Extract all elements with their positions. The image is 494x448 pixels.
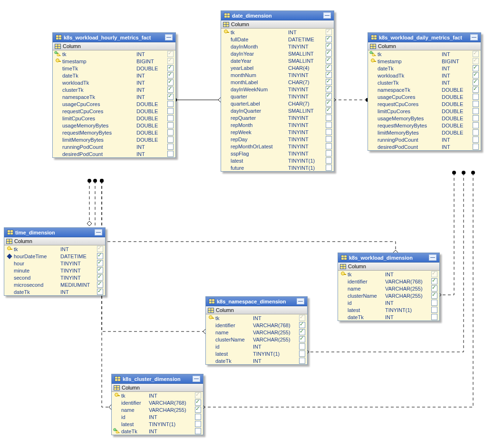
column-checkbox[interactable] — [167, 51, 174, 57]
column-checkbox[interactable] — [326, 122, 332, 128]
column-checkbox[interactable] — [326, 129, 332, 135]
column-checkbox[interactable] — [299, 315, 305, 321]
column-checkbox[interactable] — [326, 150, 332, 156]
column-checkbox[interactable] — [473, 136, 479, 143]
column-row[interactable]: identifierVARCHAR(768) — [112, 399, 203, 406]
table-cluster[interactable]: k8s_cluster_dimensionColumntkINTidentifi… — [111, 374, 203, 435]
table-daily[interactable]: k8s_workload_daily_metrics_factColumntkI… — [368, 32, 481, 151]
table-titlebar[interactable]: k8s_namespace_dimension — [206, 297, 307, 306]
column-checkbox[interactable] — [299, 329, 305, 335]
column-row[interactable]: requestCpuCoresDOUBLE — [53, 107, 175, 115]
column-checkbox[interactable] — [167, 58, 174, 64]
column-checkbox[interactable] — [473, 79, 479, 86]
column-row[interactable]: hourTINYINT — [4, 260, 105, 267]
table-namespace[interactable]: k8s_namespace_dimensionColumntkINTidenti… — [205, 296, 308, 365]
column-header[interactable]: Column — [368, 42, 481, 50]
column-checkbox[interactable] — [473, 87, 479, 93]
column-checkbox[interactable] — [326, 136, 332, 142]
collapse-button[interactable] — [165, 34, 173, 40]
column-checkbox[interactable] — [326, 115, 332, 121]
column-row[interactable]: nameVARCHAR(255) — [338, 285, 439, 292]
column-checkbox[interactable] — [167, 144, 174, 150]
column-row[interactable]: timestampBIGINT — [368, 58, 481, 65]
column-checkbox[interactable] — [299, 336, 305, 342]
table-titlebar[interactable]: k8s_workload_hourly_metrics_fact — [53, 33, 175, 42]
column-row[interactable]: identifierVARCHAR(768) — [206, 321, 307, 329]
column-row[interactable]: workloadTkINT — [368, 72, 481, 79]
column-row[interactable]: repDayTINYINT — [221, 136, 334, 143]
column-checkbox[interactable] — [167, 72, 174, 78]
column-header[interactable]: Column — [53, 42, 175, 50]
column-row[interactable]: repMonthOrLatestTINYINT — [221, 143, 334, 150]
column-checkbox[interactable] — [326, 157, 332, 164]
collapse-button[interactable] — [470, 34, 478, 40]
column-row[interactable]: dateTkINT — [206, 357, 307, 364]
column-checkbox[interactable] — [326, 29, 332, 35]
column-row[interactable]: usageMemoryBytesDOUBLE — [368, 115, 481, 122]
column-row[interactable]: nameVARCHAR(255) — [112, 406, 203, 413]
column-checkbox[interactable] — [326, 86, 332, 92]
column-row[interactable]: namespaceTkDOUBLE — [368, 86, 481, 93]
column-checkbox[interactable] — [299, 358, 305, 364]
collapse-button[interactable] — [323, 12, 331, 19]
column-checkbox[interactable] — [167, 108, 174, 114]
column-row[interactable]: usageMemoryBytesDOUBLE — [53, 122, 175, 129]
column-row[interactable]: workloadTkINT — [53, 79, 175, 86]
column-header[interactable]: Column — [338, 263, 439, 271]
column-row[interactable]: usageCpuCoresDOUBLE — [53, 100, 175, 107]
column-checkbox[interactable] — [326, 65, 332, 71]
column-checkbox[interactable] — [473, 101, 479, 107]
column-row[interactable]: idINT — [338, 299, 439, 306]
column-checkbox[interactable] — [326, 93, 332, 99]
column-row[interactable]: monthNumTINYINT — [221, 71, 334, 78]
column-row[interactable]: futureTINYINT(1) — [221, 164, 334, 171]
table-date[interactable]: date_dimensionColumntkINTfullDateDATETIM… — [221, 10, 334, 172]
column-row[interactable]: nameVARCHAR(255) — [206, 329, 307, 336]
column-checkbox[interactable] — [326, 107, 332, 114]
column-checkbox[interactable] — [431, 292, 437, 299]
column-row[interactable]: latestTINYINT(1) — [221, 157, 334, 164]
collapse-button[interactable] — [429, 254, 436, 261]
column-row[interactable]: monthLabelCHAR(7) — [221, 78, 334, 86]
column-row[interactable]: usageCpuCoresDOUBLE — [368, 93, 481, 100]
column-row[interactable]: microsecondMEDIUMINT — [4, 281, 105, 288]
column-row[interactable]: desiredPodCountINT — [368, 143, 481, 150]
column-row[interactable]: tkINT — [4, 245, 105, 253]
column-checkbox[interactable] — [97, 267, 103, 273]
column-checkbox[interactable] — [299, 351, 305, 357]
column-checkbox[interactable] — [473, 94, 479, 100]
column-checkbox[interactable] — [167, 122, 174, 128]
column-checkbox[interactable] — [167, 136, 174, 143]
column-checkbox[interactable] — [299, 343, 305, 350]
column-row[interactable]: timeTkDOUBLE — [53, 65, 175, 72]
column-row[interactable]: quarterTINYINT — [221, 93, 334, 100]
column-checkbox[interactable] — [195, 407, 201, 413]
column-header[interactable]: Column — [4, 237, 105, 245]
column-row[interactable]: dayInQuarterSMALLINT — [221, 107, 334, 114]
column-checkbox[interactable] — [167, 94, 174, 100]
column-row[interactable]: dateTkINT — [368, 65, 481, 72]
column-row[interactable]: repQuarterTINYINT — [221, 114, 334, 121]
column-row[interactable]: requestMemoryBytesDOUBLE — [368, 122, 481, 129]
column-checkbox[interactable] — [326, 79, 332, 85]
column-checkbox[interactable] — [195, 392, 201, 399]
column-row[interactable]: dayInMonthTINYINT — [221, 43, 334, 50]
column-row[interactable]: clusterNameVARCHAR(255) — [206, 336, 307, 343]
table-titlebar[interactable]: time_dimension — [4, 228, 105, 237]
column-row[interactable]: dayInWeekNumTINYINT — [221, 86, 334, 93]
collapse-button[interactable] — [95, 229, 102, 235]
column-checkbox[interactable] — [473, 144, 479, 150]
column-checkbox[interactable] — [167, 65, 174, 71]
column-checkbox[interactable] — [97, 274, 103, 281]
column-row[interactable]: sspFlagTINYINT — [221, 150, 334, 157]
column-row[interactable]: identifierVARCHAR(768) — [338, 278, 439, 285]
column-row[interactable]: namespaceTkINT — [53, 93, 175, 100]
column-checkbox[interactable] — [431, 307, 437, 313]
column-checkbox[interactable] — [431, 285, 437, 292]
column-checkbox[interactable] — [195, 414, 201, 420]
column-row[interactable]: tkINT — [206, 314, 307, 321]
column-row[interactable]: idINT — [206, 343, 307, 350]
column-row[interactable]: quarterLabelCHAR(7) — [221, 100, 334, 107]
column-checkbox[interactable] — [473, 115, 479, 121]
column-checkbox[interactable] — [473, 72, 479, 78]
